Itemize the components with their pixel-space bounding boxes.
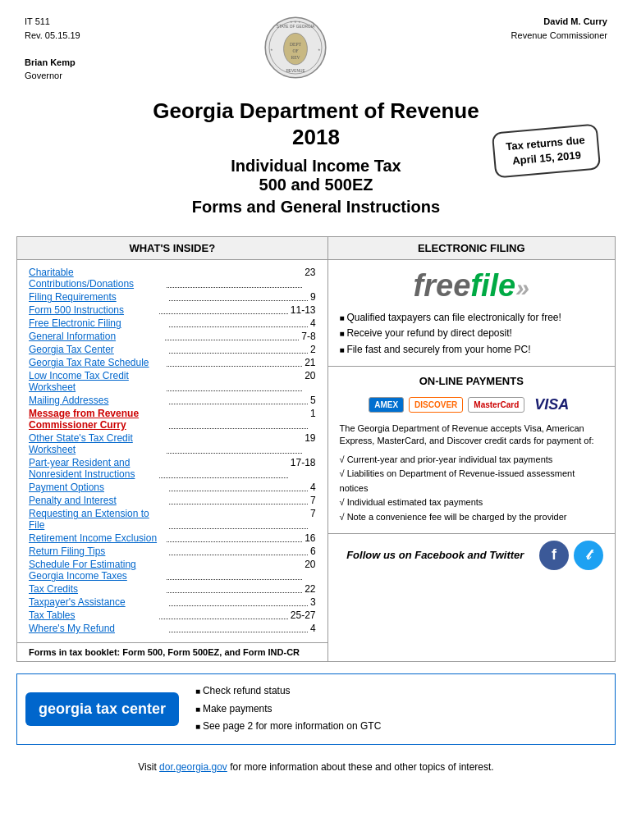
payment-bullet: Liabilities on Department of Revenue-iss… [340, 467, 603, 495]
toc-link[interactable]: Tax Tables [29, 609, 157, 621]
toc-link[interactable]: Form 500 Instructions [29, 304, 157, 316]
svg-text:★: ★ [318, 48, 321, 52]
svg-text:REV: REV [291, 55, 300, 60]
toc-item: Filing Requirements9 [29, 291, 316, 303]
social-section: Follow us on Facebook and Twitter f 𝓉 [328, 534, 615, 577]
gtc-bullet: Make payments [195, 701, 381, 719]
toc-item: Other State's Tax Credit Worksheet19 [29, 432, 316, 455]
toc-dots [159, 468, 287, 478]
svg-text:★: ★ [270, 48, 273, 52]
toc-link[interactable]: Charitable Contributions/Donations [29, 267, 164, 290]
governor-title: Governor [25, 69, 80, 83]
toc-link[interactable]: Part-year Resident and Nonresident Instr… [29, 457, 157, 480]
efiling-bullet: Qualified taxpayers can file electronica… [340, 310, 603, 326]
toc-item: Requesting an Extension to File7 [29, 508, 316, 531]
svg-text:OF: OF [293, 48, 299, 53]
toc-link[interactable]: Other State's Tax Credit Worksheet [29, 432, 164, 455]
header-right: David M. Curry Revenue Commissioner [511, 15, 607, 42]
toc-page-num: 19 [305, 432, 315, 455]
footer-text-after: for more information about these and oth… [227, 761, 494, 773]
toc-link[interactable]: Requesting an Extension to File [29, 508, 167, 531]
toc-dots [169, 291, 307, 301]
forms-footer: Forms in tax booklet: Form 500, Form 500… [17, 642, 327, 661]
gtc-bullets: Check refund statusMake paymentsSee page… [195, 682, 381, 736]
toc-dots [169, 344, 307, 354]
svg-text:STATE OF GEORGIA: STATE OF GEORGIA [277, 25, 315, 29]
toc-list: Charitable Contributions/Donations23Fili… [17, 260, 327, 642]
toc-page-num: 1 [310, 408, 316, 431]
amex-logo: AMEX [369, 397, 404, 413]
toc-dots [169, 482, 307, 491]
freefile-free: free [414, 268, 471, 303]
toc-link[interactable]: Retirement Income Exclusion [29, 532, 164, 544]
toc-item: Georgia Tax Center2 [29, 344, 316, 355]
toc-page-num: 3 [310, 596, 316, 608]
toc-link[interactable]: Return Filing Tips [29, 546, 167, 557]
title-section: Georgia Department of Revenue 2018 Indiv… [0, 83, 632, 226]
discover-logo: DISCOVER [409, 397, 463, 413]
footer-link[interactable]: dor.georgia.gov [159, 761, 227, 773]
toc-page-num: 17-18 [291, 457, 316, 480]
toc-link[interactable]: Taxpayer's Assistance [29, 596, 167, 608]
toc-link[interactable]: Georgia Tax Center [29, 344, 167, 355]
card-logos: AMEX DISCOVER MasterCard VISA [340, 394, 603, 416]
toc-item: Payment Options4 [29, 482, 316, 493]
toc-link[interactable]: General Information [29, 331, 163, 342]
toc-item: Message from Revenue Commissioner Curry1 [29, 408, 316, 431]
toc-page-num: 9 [310, 291, 316, 303]
toc-dots [169, 546, 307, 555]
toc-link[interactable]: Tax Credits [29, 583, 164, 595]
header-center: STATE OF GEORGIA REVENUE DEPT OF REV ★ ★… [263, 15, 328, 80]
toc-link[interactable]: Message from Revenue Commissioner Curry [29, 408, 167, 431]
payments-header: ON-LINE PAYMENTS [340, 375, 603, 387]
toc-link[interactable]: Mailing Addresses [29, 395, 167, 406]
gtc-bullet: Check refund status [195, 682, 381, 701]
dept-title: Georgia Department of Revenue [25, 98, 607, 126]
toc-dots [169, 395, 307, 404]
freefile-text: freefile» [414, 268, 529, 303]
toc-page-num: 5 [310, 395, 316, 406]
toc-link[interactable]: Free Electronic Filing [29, 317, 167, 329]
footer: Visit dor.georgia.gov for more informati… [0, 753, 632, 781]
whats-inside-header: WHAT'S INSIDE? [17, 237, 327, 260]
toc-dots [165, 331, 299, 340]
payments-bullets: Current-year and prior-year individual t… [340, 453, 603, 525]
toc-link[interactable]: Payment Options [29, 482, 167, 493]
main-content-box: WHAT'S INSIDE? Charitable Contributions/… [16, 236, 616, 662]
forms-instructions-title: Forms and General Instructions [25, 198, 607, 217]
svg-text:DEPT: DEPT [290, 42, 302, 47]
twitter-icon[interactable]: 𝓉 [574, 541, 603, 570]
toc-link[interactable]: Low Income Tax Credit Worksheet [29, 370, 164, 393]
toc-page-num: 7-8 [301, 331, 315, 342]
toc-page-num: 11-13 [291, 304, 316, 316]
twitter-letter: 𝓉 [586, 546, 590, 564]
toc-dots [169, 519, 307, 529]
toc-dots [167, 444, 302, 454]
commissioner-name: David M. Curry [511, 15, 607, 29]
toc-dots [167, 278, 302, 288]
toc-dots [167, 381, 302, 391]
mastercard-logo: MasterCard [468, 397, 524, 413]
toc-item: Georgia Tax Rate Schedule21 [29, 357, 316, 368]
payment-bullet: Note a convenience fee will be charged b… [340, 510, 603, 525]
toc-link[interactable]: Georgia Tax Rate Schedule [29, 357, 164, 368]
state-seal: STATE OF GEORGIA REVENUE DEPT OF REV ★ ★… [263, 15, 328, 80]
toc-link[interactable]: Schedule For Estimating Georgia Income T… [29, 559, 164, 582]
toc-link[interactable]: Penalty and Interest [29, 495, 167, 506]
toc-dots [167, 357, 302, 367]
gtc-logo[interactable]: georgia tax center [25, 692, 179, 726]
right-panel: ELECTRONIC FILING freefile» Qualified ta… [328, 237, 615, 661]
toc-dots [159, 304, 287, 314]
toc-page-num: 4 [310, 317, 316, 329]
efiling-section: ELECTRONIC FILING freefile» Qualified ta… [328, 237, 615, 367]
tax-due-badge: Tax returns due April 15, 2019 [492, 123, 601, 178]
toc-item: Charitable Contributions/Donations23 [29, 267, 316, 290]
facebook-icon[interactable]: f [539, 541, 569, 570]
efiling-header: ELECTRONIC FILING [328, 237, 615, 260]
toc-link[interactable]: Filing Requirements [29, 291, 167, 303]
toc-item: Form 500 Instructions11-13 [29, 304, 316, 316]
header-left: IT 511 Rev. 05.15.19 Brian Kemp Governor [25, 15, 80, 83]
social-text: Follow us on Facebook and Twitter [340, 549, 531, 561]
toc-page-num: 7 [310, 508, 316, 531]
toc-link[interactable]: Where's My Refund [29, 623, 167, 634]
